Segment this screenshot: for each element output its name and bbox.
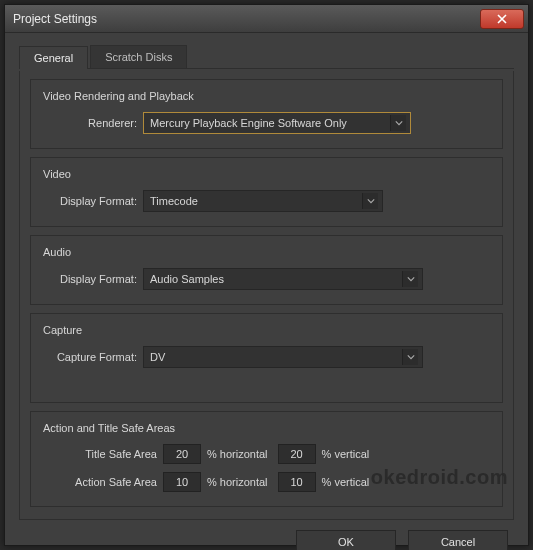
group-capture: Capture Capture Format: DV bbox=[30, 313, 503, 403]
audio-format-label: Display Format: bbox=[43, 273, 143, 285]
chevron-down-icon bbox=[362, 193, 378, 209]
ok-button[interactable]: OK bbox=[296, 530, 396, 550]
capture-format-label: Capture Format: bbox=[43, 351, 143, 363]
tab-bar: General Scratch Disks bbox=[19, 45, 514, 69]
capture-format-value: DV bbox=[150, 351, 165, 363]
capture-format-select[interactable]: DV bbox=[143, 346, 423, 368]
video-format-select[interactable]: Timecode bbox=[143, 190, 383, 212]
dialog-body: General Scratch Disks Video Rendering an… bbox=[5, 33, 528, 550]
unit-vertical: % vertical bbox=[316, 448, 380, 460]
chevron-down-icon bbox=[390, 115, 406, 131]
group-title: Audio bbox=[43, 246, 490, 258]
titlebar: Project Settings bbox=[5, 5, 528, 33]
close-button[interactable] bbox=[480, 9, 524, 29]
group-audio: Audio Display Format: Audio Samples bbox=[30, 235, 503, 305]
action-safe-h-input[interactable] bbox=[163, 472, 201, 492]
close-icon bbox=[497, 10, 507, 28]
window-title: Project Settings bbox=[13, 12, 480, 26]
group-video-rendering: Video Rendering and Playback Renderer: M… bbox=[30, 79, 503, 149]
video-format-label: Display Format: bbox=[43, 195, 143, 207]
title-safe-h-input[interactable] bbox=[163, 444, 201, 464]
audio-format-value: Audio Samples bbox=[150, 273, 224, 285]
group-title: Capture bbox=[43, 324, 490, 336]
tab-general[interactable]: General bbox=[19, 46, 88, 69]
tab-panel-general: Video Rendering and Playback Renderer: M… bbox=[19, 71, 514, 520]
tab-scratch-disks[interactable]: Scratch Disks bbox=[90, 45, 187, 68]
unit-horizontal: % horizontal bbox=[201, 448, 278, 460]
group-title: Video Rendering and Playback bbox=[43, 90, 490, 102]
unit-horizontal: % horizontal bbox=[201, 476, 278, 488]
cancel-button[interactable]: Cancel bbox=[408, 530, 508, 550]
renderer-label: Renderer: bbox=[43, 117, 143, 129]
dialog-window: Project Settings General Scratch Disks V… bbox=[4, 4, 529, 546]
audio-format-select[interactable]: Audio Samples bbox=[143, 268, 423, 290]
video-format-value: Timecode bbox=[150, 195, 198, 207]
action-safe-label: Action Safe Area bbox=[43, 476, 163, 488]
dialog-footer: OK Cancel bbox=[19, 520, 514, 550]
action-safe-v-input[interactable] bbox=[278, 472, 316, 492]
title-safe-v-input[interactable] bbox=[278, 444, 316, 464]
unit-vertical: % vertical bbox=[316, 476, 380, 488]
renderer-select[interactable]: Mercury Playback Engine Software Only bbox=[143, 112, 411, 134]
renderer-select-value: Mercury Playback Engine Software Only bbox=[150, 117, 347, 129]
group-title: Video bbox=[43, 168, 490, 180]
group-video: Video Display Format: Timecode bbox=[30, 157, 503, 227]
group-title: Action and Title Safe Areas bbox=[43, 422, 490, 434]
chevron-down-icon bbox=[402, 349, 418, 365]
title-safe-label: Title Safe Area bbox=[43, 448, 163, 460]
group-safe-areas: Action and Title Safe Areas Title Safe A… bbox=[30, 411, 503, 507]
chevron-down-icon bbox=[402, 271, 418, 287]
